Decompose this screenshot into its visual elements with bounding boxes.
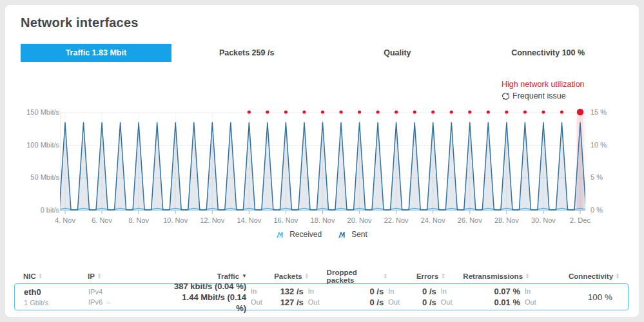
traffic-chart[interactable]: [60, 105, 585, 220]
chart-annotation: High network utilization Frequent issue: [502, 79, 585, 101]
x-axis-label: 30. Nov: [531, 216, 556, 224]
packets-cell: 132 /s127 /s InOut: [272, 287, 329, 307]
high-utilization-label: High network utilization: [502, 79, 585, 90]
tab-quality[interactable]: Quality: [322, 44, 473, 62]
tab-connectivity[interactable]: Connectivity 100 %: [473, 44, 623, 62]
column-header-packets[interactable]: Packets▲▼: [265, 272, 327, 280]
frequent-issue-label: Frequent issue: [502, 91, 585, 101]
x-axis-label: 24. Nov: [421, 216, 445, 224]
column-header-ip[interactable]: IP▲▼: [88, 272, 170, 280]
received-line-icon: [277, 231, 286, 238]
y-axis-label: 100 Mbit/s: [19, 141, 59, 149]
sort-icon: ▲▼: [441, 273, 445, 279]
nic-speed: 1 Gbit/s: [24, 298, 88, 308]
sort-icon: ▲▼: [39, 273, 43, 279]
legend-sent[interactable]: Sent: [338, 230, 367, 239]
y2-axis-label: 5 %: [590, 173, 603, 181]
chart-legend: Received Sent: [5, 230, 639, 239]
x-axis-label: 28. Nov: [494, 216, 519, 224]
cycle-icon: [502, 93, 510, 100]
x-axis-label: 12. Nov: [200, 216, 224, 224]
tab-traffic[interactable]: Traffic 1.83 Mbit: [21, 44, 171, 62]
table-row-eth0[interactable]: eth0 1 Gbit/s IPv4 IPv6 – 387 kbit/s (0.…: [14, 283, 629, 310]
sent-line-icon: [338, 231, 347, 238]
x-axis-label: 18. Nov: [311, 216, 335, 224]
sort-icon: ▲▼: [305, 273, 309, 279]
column-header-connectivity[interactable]: Connectivity▲▼: [547, 272, 620, 280]
nic-cell: eth0 1 Gbit/s: [24, 287, 88, 307]
errors-cell: 0 /s0 /s InOut: [410, 287, 463, 307]
x-axis-label: 16. Nov: [273, 216, 298, 224]
metric-tabbar: Traffic 1.83 Mbit Packets 259 /s Quality…: [21, 44, 623, 62]
sort-icon: ▲▼: [97, 273, 101, 279]
ipv6-value: –: [106, 298, 110, 306]
x-axis-label: 22. Nov: [384, 216, 409, 224]
y-axis-label: 150 Mbit/s: [19, 108, 59, 116]
sort-icon: ▲▼: [384, 273, 387, 279]
sort-icon: ▲▼: [525, 273, 529, 279]
y-axis-label: 50 Mbit/s: [19, 173, 59, 181]
connectivity-cell: 100 %: [547, 287, 619, 307]
sort-icon: ▲▼: [616, 273, 620, 279]
x-axis-label: 14. Nov: [237, 216, 261, 224]
ipv4-label: IPv4: [88, 287, 171, 297]
ipv6-label: IPv6 –: [88, 297, 171, 307]
nic-table: NIC▲▼ IP▲▼ Traffic▼ Packets▲▼ Dropped pa…: [14, 269, 629, 310]
ip-cell: IPv4 IPv6 –: [88, 287, 171, 307]
x-axis-label: 6. Nov: [92, 216, 112, 224]
column-header-traffic[interactable]: Traffic▼: [170, 272, 265, 280]
page-title: Network interfaces: [21, 15, 139, 30]
network-interfaces-card: Network interfaces Traffic 1.83 Mbit Pac…: [5, 5, 639, 317]
x-axis-label: 26. Nov: [458, 216, 482, 224]
nic-table-header: NIC▲▼ IP▲▼ Traffic▼ Packets▲▼ Dropped pa…: [14, 269, 629, 283]
x-axis-label: 8. Nov: [128, 216, 149, 224]
column-header-nic[interactable]: NIC▲▼: [23, 272, 88, 280]
tab-packets[interactable]: Packets 259 /s: [171, 44, 322, 62]
column-header-retransmissions[interactable]: Retransmissions▲▼: [463, 272, 547, 280]
x-axis-label: 2. Dec: [570, 216, 590, 224]
y2-axis-label: 0 %: [590, 206, 603, 214]
legend-received[interactable]: Received: [277, 230, 322, 239]
y2-axis-label: 10 %: [590, 141, 607, 149]
traffic-cell: 387 kbit/s (0.04 %)1.44 Mbit/s (0.14 %) …: [171, 287, 272, 307]
column-header-dropped-packets[interactable]: Dropped packets▲▼: [327, 269, 405, 284]
x-axis-label: 20. Nov: [347, 216, 372, 224]
nic-name: eth0: [24, 287, 88, 298]
retransmissions-cell: 0.07 %0.01 % InOut: [463, 287, 547, 307]
x-axis-label: 4. Nov: [55, 216, 75, 224]
sort-desc-icon: ▼: [242, 274, 247, 279]
x-axis-label: 10. Nov: [163, 216, 188, 224]
y2-axis-label: 15 %: [590, 108, 607, 116]
y-axis-label: 0 bit/s: [19, 206, 59, 214]
dropped-packets-cell: 0 /s0 /s InOut: [330, 287, 410, 307]
column-header-errors[interactable]: Errors▲▼: [405, 272, 463, 280]
